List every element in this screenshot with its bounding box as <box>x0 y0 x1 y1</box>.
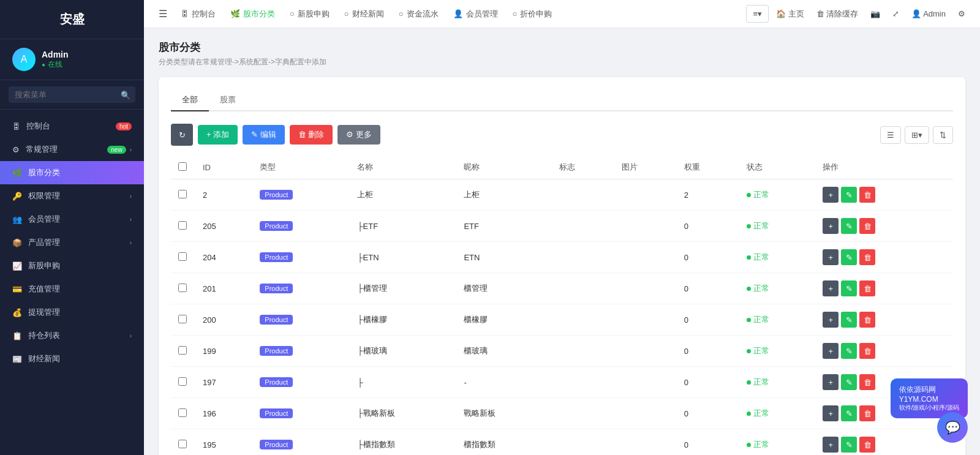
select-all-checkbox[interactable] <box>178 162 187 171</box>
edit-button[interactable]: ✎ 编辑 <box>243 125 285 145</box>
action-edit-0[interactable]: ✎ <box>841 187 857 203</box>
admin-button[interactable]: 👤 Admin <box>907 7 951 21</box>
action-edit-5[interactable]: ✎ <box>841 343 857 359</box>
cell-status-7: 正常 <box>739 398 816 429</box>
delete-button[interactable]: 🗑 删除 <box>290 125 333 145</box>
row-checkbox-5[interactable] <box>178 346 187 355</box>
tab-all[interactable]: 全部 <box>171 89 209 111</box>
topnav-fund-flow[interactable]: ○ 资金流水 <box>393 5 445 23</box>
content-area: 股市分类 分类类型请在常规管理->系统配置->字典配置中添加 全部 股票 ↻ +… <box>144 28 980 455</box>
cell-status-4: 正常 <box>739 304 816 336</box>
sidebar-item-general[interactable]: ⚙常规管理 new› <box>0 138 144 161</box>
topnav-stock-cat[interactable]: 🌿 股市分类 <box>224 5 281 23</box>
cell-actions-2: + ✎ 🗑 <box>815 242 953 273</box>
tab-stock[interactable]: 股票 <box>209 89 247 111</box>
row-checkbox-4[interactable] <box>178 315 187 323</box>
cell-actions-8: + ✎ 🗑 <box>815 429 953 456</box>
action-del-1[interactable]: 🗑 <box>859 218 875 234</box>
action-del-8[interactable]: 🗑 <box>859 437 875 453</box>
sidebar-item-new-stock[interactable]: 📈新股申购 <box>0 254 144 277</box>
action-add-1[interactable]: + <box>823 218 839 234</box>
grid-view-button[interactable]: ⊞▾ <box>905 126 929 144</box>
row-checkbox-3[interactable] <box>178 284 187 292</box>
topnav-new-stock[interactable]: ○ 新股申购 <box>284 5 336 23</box>
row-checkbox-6[interactable] <box>178 377 187 386</box>
cell-nickname-7: 戰略新板 <box>456 398 551 429</box>
sidebar-item-recharge[interactable]: 💳充值管理 <box>0 277 144 301</box>
fullscreen-button[interactable]: ⤢ <box>888 7 904 21</box>
action-add-2[interactable]: + <box>823 249 839 265</box>
action-del-0[interactable]: 🗑 <box>859 187 875 203</box>
sidebar-item-finance-news[interactable]: 📰财经新闻 <box>0 347 144 370</box>
cell-image-6 <box>614 367 677 398</box>
more-button[interactable]: ⚙ 更多 <box>337 125 380 145</box>
action-add-3[interactable]: + <box>823 280 839 296</box>
action-add-4[interactable]: + <box>823 312 839 328</box>
action-del-7[interactable]: 🗑 <box>859 405 875 421</box>
topnav-member[interactable]: 👤 会员管理 <box>447 5 504 23</box>
user-name: Admin <box>42 50 69 59</box>
settings-button[interactable]: ⚙ <box>953 7 970 21</box>
sidebar-item-withdraw[interactable]: 💰提现管理 <box>0 301 144 324</box>
action-edit-6[interactable]: ✎ <box>841 374 857 390</box>
cell-status-1: 正常 <box>739 211 816 242</box>
product-badge-3: Product <box>260 284 293 293</box>
clear-cache-button[interactable]: 🗑 清除缓存 <box>812 6 864 22</box>
cell-status-5: 正常 <box>739 336 816 367</box>
refresh-button[interactable]: ↻ <box>171 124 193 146</box>
action-edit-2[interactable]: ✎ <box>841 249 857 265</box>
list-view-button[interactable]: ≡▾ <box>746 5 769 23</box>
add-button[interactable]: + 添加 <box>198 125 238 145</box>
row-checkbox-1[interactable] <box>178 221 187 230</box>
cell-id-8: 195 <box>195 429 252 456</box>
row-checkbox-2[interactable] <box>178 252 187 261</box>
sidebar-item-stock-category[interactable]: 🌿股市分类 <box>0 161 144 184</box>
cell-type-4: Product <box>252 304 350 336</box>
topnav-finance[interactable]: ○ 财经新闻 <box>338 5 390 23</box>
home-button[interactable]: 🏠 主页 <box>771 6 809 22</box>
action-edit-4[interactable]: ✎ <box>841 312 857 328</box>
action-add-7[interactable]: + <box>823 405 839 421</box>
row-checkbox-7[interactable] <box>178 408 187 417</box>
action-del-2[interactable]: 🗑 <box>859 249 875 265</box>
action-del-3[interactable]: 🗑 <box>859 280 875 296</box>
action-edit-3[interactable]: ✎ <box>841 280 857 296</box>
action-add-0[interactable]: + <box>823 187 839 203</box>
topnav-dashboard[interactable]: 🎛 控制台 <box>175 5 222 23</box>
sort-button[interactable]: ⇅ <box>933 126 953 144</box>
cell-id-4: 200 <box>195 304 252 336</box>
col-weight: 权重 <box>677 156 739 179</box>
cell-status-8: 正常 <box>739 429 816 456</box>
action-add-8[interactable]: + <box>823 437 839 453</box>
product-badge-6: Product <box>260 377 293 387</box>
action-add-5[interactable]: + <box>823 343 839 359</box>
cell-logo-3 <box>552 273 614 304</box>
row-checkbox-8[interactable] <box>178 440 187 448</box>
cell-name-1: ├ETF <box>350 211 456 242</box>
hot-badge: hot <box>116 122 132 130</box>
hamburger-icon[interactable]: ☰ <box>154 6 172 22</box>
sidebar-item-permission[interactable]: 🔑权限管理 › <box>0 184 144 208</box>
cell-status-3: 正常 <box>739 273 816 304</box>
search-input[interactable] <box>9 86 135 103</box>
topnav-dashboard-icon: 🎛 <box>181 9 189 18</box>
topnav-new-stock-icon: ○ <box>290 9 295 18</box>
sidebar-item-dashboard[interactable]: 🎛控制台 hot <box>0 115 144 138</box>
action-edit-1[interactable]: ✎ <box>841 218 857 234</box>
action-edit-7[interactable]: ✎ <box>841 405 857 421</box>
action-del-4[interactable]: 🗑 <box>859 312 875 328</box>
action-add-6[interactable]: + <box>823 374 839 390</box>
capture-button[interactable]: 📷 <box>865 7 885 21</box>
action-del-5[interactable]: 🗑 <box>859 343 875 359</box>
action-edit-8[interactable]: ✎ <box>841 437 857 453</box>
topnav-discount[interactable]: ○ 折价申购 <box>507 5 559 23</box>
sidebar-item-product[interactable]: 📦产品管理 › <box>0 231 144 254</box>
sidebar-item-member[interactable]: 👥会员管理 › <box>0 208 144 231</box>
cell-type-2: Product <box>252 242 350 273</box>
table-view-button[interactable]: ☰ <box>880 126 901 144</box>
row-checkbox-0[interactable] <box>178 190 187 198</box>
action-del-6[interactable]: 🗑 <box>859 374 875 390</box>
cell-weight-7: 0 <box>677 398 739 429</box>
sidebar-item-positions[interactable]: 📋持仓列表 › <box>0 324 144 347</box>
watermark-circle: 💬 <box>937 412 968 443</box>
